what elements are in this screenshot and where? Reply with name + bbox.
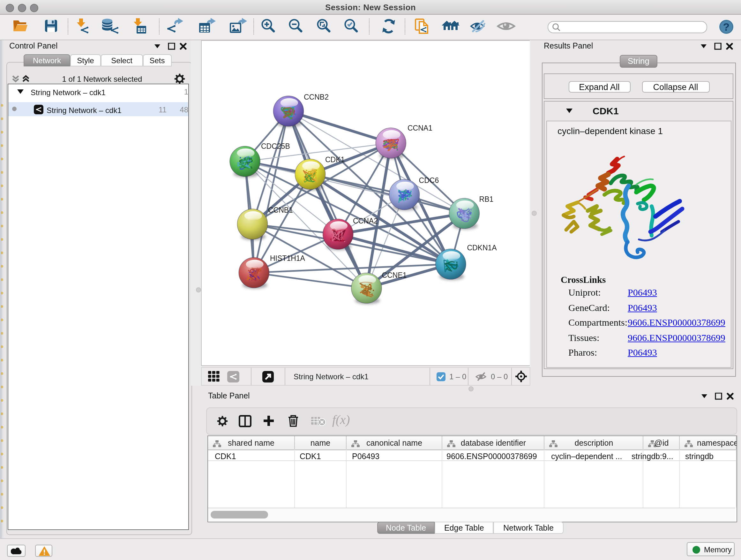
svg-text:CCNA2: CCNA2 — [353, 217, 378, 225]
svg-text:?: ? — [723, 20, 730, 33]
svg-text:HIST1H1A: HIST1H1A — [270, 254, 306, 262]
svg-text:CDK1: CDK1 — [325, 155, 345, 164]
svg-text:CCNE1: CCNE1 — [382, 271, 407, 279]
svg-text:CCNA1: CCNA1 — [408, 124, 432, 132]
svg-text:RB1: RB1 — [479, 195, 494, 203]
svg-text:CDKN1A: CDKN1A — [467, 244, 497, 252]
svg-text:CCNB2: CCNB2 — [304, 93, 329, 101]
svg-text:CDC25B: CDC25B — [261, 142, 290, 150]
svg-text:CDC6: CDC6 — [419, 176, 439, 185]
svg-text:CCNB1: CCNB1 — [268, 206, 293, 214]
